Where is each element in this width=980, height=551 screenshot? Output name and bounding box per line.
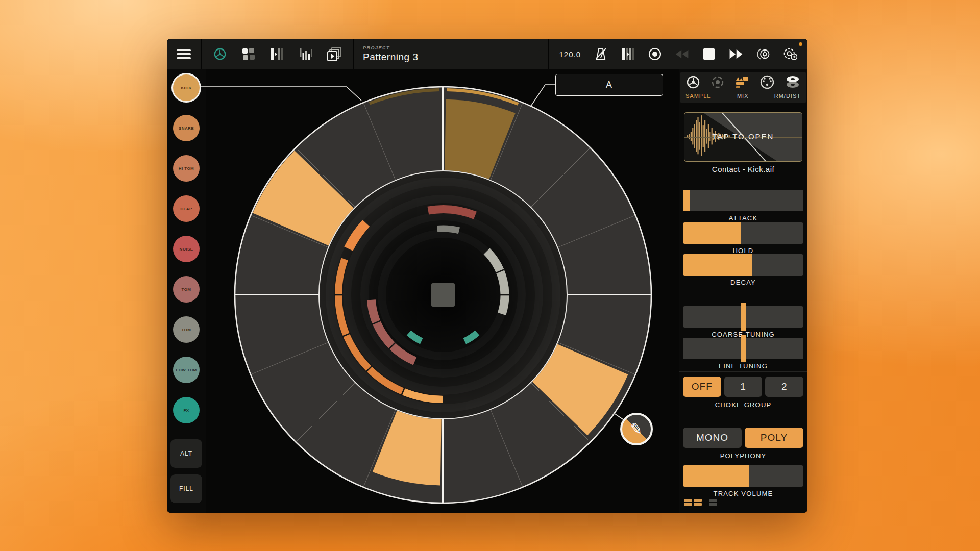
poly-button[interactable]: POLY <box>745 428 803 448</box>
page-indicator-inactive[interactable] <box>709 499 717 506</box>
polyphony-label: POLYPHONY <box>679 452 807 460</box>
choke-off-button[interactable]: OFF <box>683 377 721 397</box>
decay-label: DECAY <box>679 279 807 286</box>
target-tab-icon[interactable] <box>710 75 725 91</box>
polyphony-buttons: MONO POLY <box>683 428 803 448</box>
pattern-callout-line <box>531 85 555 106</box>
hold-label: HOLD <box>679 247 807 255</box>
track-volume-label: TRACK VOLUME <box>679 490 807 497</box>
mix-tab-icon[interactable] <box>734 74 750 92</box>
inner-step-arc[interactable] <box>437 229 459 231</box>
rmdist-tab-icon[interactable] <box>785 74 801 92</box>
page-indicator-active[interactable] <box>684 499 702 506</box>
attack-label: ATTACK <box>679 214 807 222</box>
sample-browser-button[interactable]: TAP TO OPEN <box>684 112 802 162</box>
edit-tool-button[interactable]: ✎ <box>620 413 653 445</box>
tab-sample[interactable]: SAMPLE <box>685 93 712 99</box>
hold-slider[interactable] <box>683 222 803 244</box>
choke-group-label: CHOKE GROUP <box>679 401 807 409</box>
fine-tuning-label: FINE TUNING <box>679 362 807 370</box>
kick-callout-line <box>201 87 361 101</box>
app-window: PROJECT Patterning 3 120.0 <box>167 39 807 513</box>
tap-to-open-label: TAP TO OPEN <box>684 132 802 141</box>
midi-tab-icon[interactable] <box>760 74 775 92</box>
decay-slider[interactable] <box>683 254 803 276</box>
sample-tab-icon[interactable] <box>685 74 701 92</box>
pencil-icon: ✎ <box>629 420 644 437</box>
page-indicators <box>684 499 717 506</box>
desktop-wallpaper: { "topbar": { "project_label": "PROJECT"… <box>0 0 980 551</box>
track-settings-panel: SAMPLE MIX RM/DIST TAP TO OPEN Contact -… <box>679 69 807 513</box>
sample-filename: Contact - Kick.aif <box>679 165 807 173</box>
center-square[interactable] <box>431 283 455 307</box>
choke-2-button[interactable]: 2 <box>765 377 803 397</box>
coarse-tuning-slider[interactable] <box>683 306 803 328</box>
tab-rmdist[interactable]: RM/DIST <box>774 93 801 99</box>
tab-mix[interactable]: MIX <box>737 93 749 99</box>
section-divider <box>679 371 807 372</box>
choke-1-button[interactable]: 1 <box>724 377 763 397</box>
mono-button[interactable]: MONO <box>683 428 742 448</box>
track-volume-slider[interactable] <box>683 465 803 487</box>
fine-tuning-slider[interactable] <box>683 338 803 359</box>
pattern-selector[interactable]: A <box>555 74 663 96</box>
panel-tabs: SAMPLE MIX RM/DIST <box>680 72 806 103</box>
attack-slider[interactable] <box>683 190 803 211</box>
choke-group-buttons: OFF 1 2 <box>683 377 803 397</box>
pattern-label: A <box>606 80 612 90</box>
